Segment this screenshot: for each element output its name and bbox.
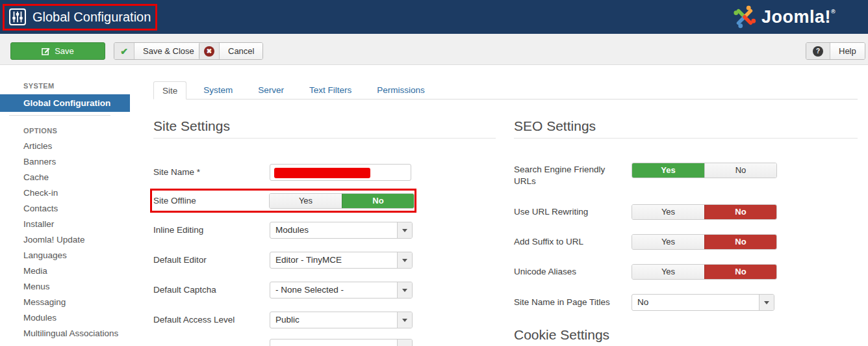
sitename-in-titles-value: No [637,297,648,307]
unicode-aliases-label: Unicode Aliases [514,264,626,280]
sidebar-header-system: SYSTEM [23,82,55,90]
url-rewriting-no-button[interactable]: No [704,205,776,219]
site-name-label: Site Name * [153,164,265,181]
url-rewriting-yes-button[interactable]: Yes [632,205,704,219]
next-field-select-partial[interactable] [270,339,413,346]
seo-settings-rule [514,138,858,139]
redaction-box [274,168,370,178]
save-button-label: Save [55,46,74,56]
sidebar-item-modules[interactable]: Modules [23,310,121,325]
save-and-close-label: Save & Close [134,43,203,59]
inline-editing-value: Modules [275,225,309,235]
site-offline-yes-button[interactable]: Yes [270,194,342,208]
chevron-down-icon [402,229,407,232]
add-suffix-toggle: Yes No [632,234,777,250]
add-suffix-label: Add Suffix to URL [514,234,626,250]
sef-urls-yes-button[interactable]: Yes [632,163,704,178]
help-button[interactable]: ? Help [806,42,865,60]
page-title: Global Configuration [32,0,151,34]
help-label: Help [830,43,865,59]
site-settings-heading: Site Settings [153,118,230,134]
tab-system[interactable]: System [195,81,241,99]
sef-urls-label: Search Engine Friendly URLs [514,161,626,187]
cancel-button[interactable]: ✖ Cancel [199,42,263,60]
sidebar-item-multilingual-associations[interactable]: Multilingual Associations [23,325,121,341]
default-access-level-value: Public [275,315,300,325]
url-rewriting-label: Use URL Rewriting [514,204,626,220]
default-captcha-value: - None Selected - [275,285,344,295]
joomla-global-configuration-page: Global Configuration Joomla!® [0,0,868,346]
toolbar: Save ✔ Save & Close ✖ Cancel ? Help [0,34,868,65]
default-editor-value: Editor - TinyMCE [275,255,342,265]
chevron-down-icon [402,259,407,262]
sidebar-item-contacts[interactable]: Contacts [23,200,121,216]
add-suffix-no-button[interactable]: No [704,235,776,249]
sidebar-item-joomla-update[interactable]: Joomla! Update [23,232,121,247]
sidebar-item-media[interactable]: Media [23,263,121,278]
sidebar-item-menus[interactable]: Menus [23,278,121,294]
tab-site[interactable]: Site [153,81,186,100]
sidebar-item-languages[interactable]: Languages [23,247,121,263]
sliders-icon [9,8,26,25]
sidebar-item-banners[interactable]: Banners [23,153,121,169]
tab-text-filters[interactable]: Text Filters [301,81,360,99]
question-mark-icon: ? [813,46,823,57]
sef-urls-toggle: Yes No [632,163,777,178]
default-editor-select[interactable]: Editor - TinyMCE [270,252,413,269]
admin-header-bar: Global Configuration Joomla!® [0,0,868,34]
sidebar-item-messaging[interactable]: Messaging [23,294,121,310]
sitename-in-titles-select[interactable]: No [632,294,774,311]
sef-urls-no-button[interactable]: No [704,163,776,178]
default-captcha-label: Default Captcha [153,282,265,299]
cookie-settings-heading: Cookie Settings [514,327,609,343]
chevron-down-icon [764,301,769,304]
tab-server[interactable]: Server [249,81,292,99]
joomla-logo-text: Joomla!® [761,7,836,27]
unicode-aliases-no-button[interactable]: No [704,265,776,279]
chevron-down-icon [402,319,407,322]
sidebar-item-global-configuration[interactable]: Global Configuration [0,94,130,112]
site-offline-toggle: Yes No [269,193,415,209]
inline-editing-select[interactable]: Modules [270,222,413,239]
check-icon: ✔ [120,46,128,57]
default-access-level-select[interactable]: Public [270,312,413,328]
default-captcha-select[interactable]: - None Selected - [270,282,413,299]
config-tabs: Site System Server Text Filters Permissi… [153,81,858,100]
sidebar-options-list: Articles Banners Cache Check-in Contacts… [23,138,121,341]
default-access-level-label: Default Access Level [153,312,265,328]
site-settings-rule [153,138,496,139]
save-button[interactable]: Save [10,42,105,60]
joomla-logo: Joomla!® [732,5,836,29]
url-rewriting-toggle: Yes No [632,204,777,220]
sitename-in-titles-label: Site Name in Page Titles [514,294,626,311]
sidebar-item-cache[interactable]: Cache [23,169,121,185]
tab-permissions[interactable]: Permissions [368,81,433,99]
inline-editing-label: Inline Editing [153,222,265,239]
unicode-aliases-yes-button[interactable]: Yes [632,265,704,279]
sidebar-header-options: OPTIONS [23,127,57,135]
add-suffix-yes-button[interactable]: Yes [632,235,704,249]
save-and-close-button[interactable]: ✔ Save & Close [114,42,203,60]
pencil-square-icon [42,47,50,55]
unicode-aliases-toggle: Yes No [632,264,777,280]
default-editor-label: Default Editor [153,252,265,269]
seo-settings-heading: SEO Settings [514,118,596,134]
sidebar-divider [9,115,110,116]
sidebar-item-articles[interactable]: Articles [23,138,121,153]
cancel-x-icon: ✖ [204,46,214,57]
joomla-logo-icon [732,4,758,30]
sidebar-item-check-in[interactable]: Check-in [23,185,121,200]
site-offline-no-button[interactable]: No [342,194,414,208]
site-name-input[interactable] [270,164,411,181]
site-offline-label: Site Offline [153,193,265,209]
cancel-label: Cancel [220,43,262,59]
chevron-down-icon [402,289,407,292]
sidebar-item-installer[interactable]: Installer [23,216,121,232]
